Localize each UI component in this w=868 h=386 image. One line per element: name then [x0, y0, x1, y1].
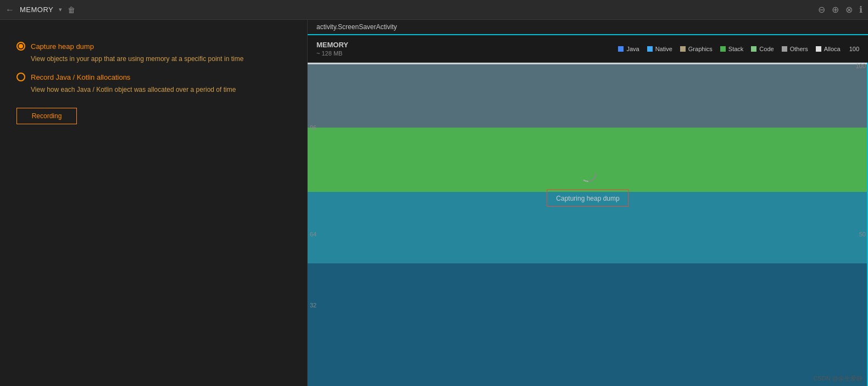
- legend-graphics-dot: [680, 46, 686, 52]
- legend-graphics-label: Graphics: [688, 46, 713, 52]
- option2-title: Record Java / Kotlin allocations: [31, 73, 130, 81]
- legend-stack-label: Stack: [728, 46, 744, 52]
- record-allocations-option: Record Java / Kotlin allocations View ho…: [16, 73, 291, 95]
- heap-dump-overlay: Capturing heap dump: [547, 164, 628, 207]
- y-label-right-50: 50: [859, 231, 866, 238]
- legend-native-dot: [647, 46, 653, 52]
- main-layout: Capture heap dump View objects in your a…: [0, 20, 868, 386]
- option1-desc: View objects in your app that are using …: [16, 54, 291, 64]
- legend-graphics: Graphics: [680, 46, 713, 52]
- legend-others-label: Others: [790, 46, 808, 52]
- y-label-right-100: 100: [856, 63, 866, 69]
- legend-stack-dot: [720, 46, 726, 52]
- heap-dump-box: Capturing heap dump: [547, 189, 628, 207]
- chart-header: MEMORY ~ 128 MB Java Native Graphics: [308, 35, 868, 63]
- toolbar: ← MEMORY ▾ 🗑 ⊖ ⊕ ⊗ ℹ: [0, 0, 868, 20]
- loading-spinner: [578, 164, 598, 184]
- legend-java-dot: [618, 46, 624, 52]
- activity-tab-label: activity.ScreenSaverActivity: [316, 23, 397, 31]
- legend-others-dot: [782, 46, 787, 52]
- recording-button[interactable]: Recording: [16, 108, 77, 124]
- left-panel: Capture heap dump View objects in your a…: [0, 20, 308, 386]
- watermark: CSDN @余生爱静: [814, 374, 863, 383]
- legend-java: Java: [618, 46, 639, 52]
- legend-code: Code: [751, 46, 774, 52]
- band-gray: [308, 63, 868, 128]
- info-button[interactable]: ℹ: [859, 4, 863, 15]
- back-button[interactable]: ←: [5, 5, 14, 15]
- chart-title: MEMORY: [316, 41, 382, 49]
- zoom-out-button[interactable]: ⊖: [818, 4, 825, 15]
- legend-native: Native: [647, 46, 672, 52]
- heap-dump-text: Capturing heap dump: [556, 195, 619, 202]
- delete-button[interactable]: 🗑: [68, 5, 75, 14]
- right-panel: activity.ScreenSaverActivity MEMORY ~ 12…: [308, 20, 868, 386]
- legend-code-label: Code: [759, 46, 774, 52]
- y-label-96: 96: [310, 124, 316, 131]
- option2-radio[interactable]: [16, 73, 25, 81]
- y-label-32: 32: [310, 302, 316, 308]
- top-line: [308, 63, 868, 64]
- option1-radio[interactable]: [16, 42, 25, 51]
- svg-point-0: [580, 166, 596, 181]
- option2-desc: View how each Java / Kotlin object was a…: [16, 85, 291, 95]
- reset-button[interactable]: ⊗: [845, 4, 853, 15]
- y-label-64: 64: [310, 231, 316, 238]
- chart-container: 96 64 32 100 50: [308, 63, 868, 386]
- option1-label-row: Capture heap dump: [16, 42, 291, 51]
- legend-java-label: Java: [626, 46, 639, 52]
- zoom-in-button[interactable]: ⊕: [832, 4, 839, 15]
- capture-heap-dump-option: Capture heap dump View objects in your a…: [16, 42, 291, 64]
- band-blue-dark: [308, 263, 868, 386]
- legend-code-dot: [751, 46, 756, 52]
- toolbar-title: MEMORY: [20, 5, 53, 14]
- legend-alloca: Alloca: [816, 46, 841, 52]
- chart-subtitle: ~ 128 MB: [316, 50, 382, 57]
- legend-stack: Stack: [720, 46, 744, 52]
- option2-label-row: Record Java / Kotlin allocations: [16, 73, 291, 81]
- chart-legend: Java Native Graphics Stack Code: [618, 46, 840, 52]
- legend-native-label: Native: [655, 46, 672, 52]
- activity-tab[interactable]: activity.ScreenSaverActivity: [308, 20, 868, 35]
- right-value-100: 100: [849, 46, 859, 52]
- legend-others: Others: [782, 46, 808, 52]
- legend-alloca-label: Alloca: [824, 46, 841, 52]
- option1-title: Capture heap dump: [31, 42, 94, 51]
- toolbar-right-actions: ⊖ ⊕ ⊗ ℹ: [818, 4, 863, 15]
- chart-area: 96 64 32 100 50: [308, 63, 868, 386]
- dropdown-arrow-icon[interactable]: ▾: [59, 6, 62, 13]
- legend-alloca-dot: [816, 46, 821, 52]
